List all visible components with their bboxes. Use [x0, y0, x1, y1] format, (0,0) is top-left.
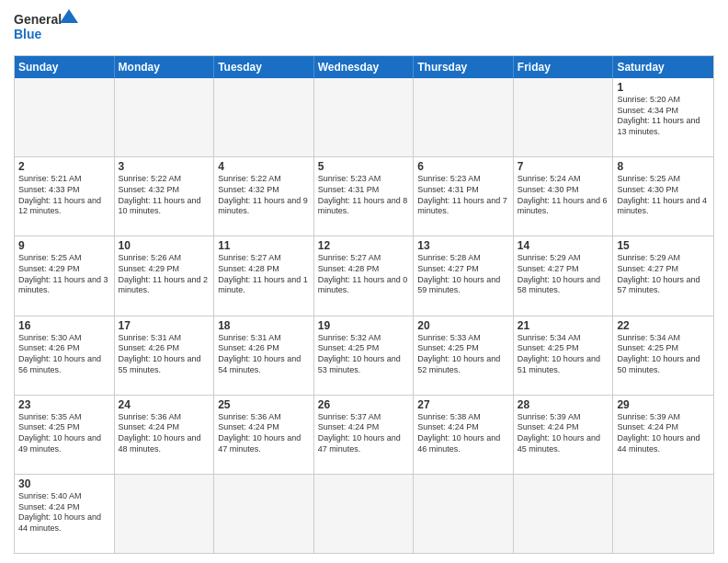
table-row: 3Sunrise: 5:22 AM Sunset: 4:32 PM Daylig… — [115, 157, 215, 236]
cell-sun-info: Sunrise: 5:25 AM Sunset: 4:30 PM Dayligh… — [617, 174, 710, 217]
cell-sun-info: Sunrise: 5:30 AM Sunset: 4:26 PM Dayligh… — [18, 333, 110, 376]
table-row: 21Sunrise: 5:34 AM Sunset: 4:25 PM Dayli… — [514, 316, 614, 395]
calendar-week-6: 30Sunrise: 5:40 AM Sunset: 4:24 PM Dayli… — [15, 475, 713, 553]
table-row: 11Sunrise: 5:27 AM Sunset: 4:28 PM Dayli… — [214, 236, 314, 315]
table-row — [314, 78, 415, 156]
table-row: 30Sunrise: 5:40 AM Sunset: 4:24 PM Dayli… — [15, 475, 115, 553]
header: General Blue — [14, 9, 714, 48]
date-number: 29 — [617, 398, 710, 411]
table-row: 5Sunrise: 5:23 AM Sunset: 4:31 PM Daylig… — [314, 157, 415, 236]
calendar-week-1: 1Sunrise: 5:20 AM Sunset: 4:34 PM Daylig… — [15, 78, 713, 157]
svg-text:Blue: Blue — [14, 27, 42, 41]
cell-sun-info: Sunrise: 5:22 AM Sunset: 4:32 PM Dayligh… — [119, 174, 210, 217]
table-row: 16Sunrise: 5:30 AM Sunset: 4:26 PM Dayli… — [15, 316, 115, 395]
table-row: 8Sunrise: 5:25 AM Sunset: 4:30 PM Daylig… — [613, 157, 713, 236]
cell-sun-info: Sunrise: 5:23 AM Sunset: 4:31 PM Dayligh… — [417, 174, 509, 217]
cell-sun-info: Sunrise: 5:29 AM Sunset: 4:27 PM Dayligh… — [518, 253, 609, 296]
table-row — [514, 78, 614, 156]
cell-sun-info: Sunrise: 5:29 AM Sunset: 4:27 PM Dayligh… — [617, 253, 710, 296]
calendar-week-3: 9Sunrise: 5:25 AM Sunset: 4:29 PM Daylig… — [15, 236, 713, 316]
date-number: 16 — [18, 319, 110, 332]
cell-sun-info: Sunrise: 5:36 AM Sunset: 4:24 PM Dayligh… — [218, 412, 310, 455]
cell-sun-info: Sunrise: 5:20 AM Sunset: 4:34 PM Dayligh… — [617, 95, 710, 138]
cell-sun-info: Sunrise: 5:23 AM Sunset: 4:31 PM Dayligh… — [318, 174, 410, 217]
cell-sun-info: Sunrise: 5:34 AM Sunset: 4:25 PM Dayligh… — [518, 333, 609, 376]
table-row: 19Sunrise: 5:32 AM Sunset: 4:25 PM Dayli… — [314, 316, 415, 395]
table-row: 26Sunrise: 5:37 AM Sunset: 4:24 PM Dayli… — [314, 396, 415, 474]
table-row — [214, 78, 314, 156]
table-row: 13Sunrise: 5:28 AM Sunset: 4:27 PM Dayli… — [414, 236, 514, 315]
table-row: 27Sunrise: 5:38 AM Sunset: 4:24 PM Dayli… — [414, 396, 514, 474]
date-number: 22 — [617, 319, 710, 332]
table-row: 18Sunrise: 5:31 AM Sunset: 4:26 PM Dayli… — [214, 316, 314, 395]
date-number: 19 — [318, 319, 410, 332]
table-row — [613, 475, 713, 553]
date-number: 21 — [518, 319, 609, 332]
table-row — [414, 78, 514, 156]
cell-sun-info: Sunrise: 5:28 AM Sunset: 4:27 PM Dayligh… — [417, 253, 509, 296]
date-number: 11 — [218, 239, 310, 252]
date-number: 28 — [518, 398, 609, 411]
cell-sun-info: Sunrise: 5:22 AM Sunset: 4:32 PM Dayligh… — [218, 174, 310, 217]
cell-sun-info: Sunrise: 5:38 AM Sunset: 4:24 PM Dayligh… — [417, 412, 509, 455]
table-row: 4Sunrise: 5:22 AM Sunset: 4:32 PM Daylig… — [214, 157, 314, 236]
date-number: 17 — [119, 319, 210, 332]
date-number: 12 — [318, 239, 410, 252]
table-row: 15Sunrise: 5:29 AM Sunset: 4:27 PM Dayli… — [613, 236, 713, 315]
date-number: 8 — [617, 160, 710, 173]
table-row — [414, 475, 514, 553]
table-row: 7Sunrise: 5:24 AM Sunset: 4:30 PM Daylig… — [514, 157, 614, 236]
logo-area: General Blue — [14, 9, 78, 48]
date-number: 6 — [417, 160, 509, 173]
table-row: 6Sunrise: 5:23 AM Sunset: 4:31 PM Daylig… — [414, 157, 514, 236]
day-header-sunday: Sunday — [15, 56, 115, 78]
cell-sun-info: Sunrise: 5:39 AM Sunset: 4:24 PM Dayligh… — [518, 412, 609, 455]
cell-sun-info: Sunrise: 5:31 AM Sunset: 4:26 PM Dayligh… — [119, 333, 210, 376]
table-row: 24Sunrise: 5:36 AM Sunset: 4:24 PM Dayli… — [115, 396, 215, 474]
table-row: 12Sunrise: 5:27 AM Sunset: 4:28 PM Dayli… — [314, 236, 415, 315]
svg-text:General: General — [14, 12, 62, 27]
date-number: 1 — [617, 81, 710, 94]
day-header-thursday: Thursday — [414, 56, 514, 78]
day-header-monday: Monday — [115, 56, 215, 78]
calendar-page: General Blue SundayMondayTuesdayWednesda… — [0, 0, 728, 563]
generalblue-logo-icon: General Blue — [14, 9, 78, 48]
cell-sun-info: Sunrise: 5:36 AM Sunset: 4:24 PM Dayligh… — [119, 412, 210, 455]
calendar-week-5: 23Sunrise: 5:35 AM Sunset: 4:25 PM Dayli… — [15, 396, 713, 475]
date-number: 26 — [318, 398, 410, 411]
day-header-tuesday: Tuesday — [214, 56, 314, 78]
date-number: 23 — [18, 398, 110, 411]
day-header-wednesday: Wednesday — [314, 56, 415, 78]
date-number: 4 — [218, 160, 310, 173]
table-row: 23Sunrise: 5:35 AM Sunset: 4:25 PM Dayli… — [15, 396, 115, 474]
table-row: 1Sunrise: 5:20 AM Sunset: 4:34 PM Daylig… — [613, 78, 713, 156]
table-row: 14Sunrise: 5:29 AM Sunset: 4:27 PM Dayli… — [514, 236, 614, 315]
table-row: 29Sunrise: 5:39 AM Sunset: 4:24 PM Dayli… — [613, 396, 713, 474]
table-row — [214, 475, 314, 553]
table-row — [314, 475, 415, 553]
cell-sun-info: Sunrise: 5:25 AM Sunset: 4:29 PM Dayligh… — [18, 253, 110, 296]
cell-sun-info: Sunrise: 5:34 AM Sunset: 4:25 PM Dayligh… — [617, 333, 710, 376]
cell-sun-info: Sunrise: 5:33 AM Sunset: 4:25 PM Dayligh… — [417, 333, 509, 376]
date-number: 15 — [617, 239, 710, 252]
calendar-header-row: SundayMondayTuesdayWednesdayThursdayFrid… — [15, 56, 713, 78]
table-row — [514, 475, 614, 553]
table-row — [115, 475, 215, 553]
cell-sun-info: Sunrise: 5:37 AM Sunset: 4:24 PM Dayligh… — [318, 412, 410, 455]
date-number: 9 — [18, 239, 110, 252]
day-header-saturday: Saturday — [613, 56, 713, 78]
calendar-week-4: 16Sunrise: 5:30 AM Sunset: 4:26 PM Dayli… — [15, 316, 713, 396]
calendar-week-2: 2Sunrise: 5:21 AM Sunset: 4:33 PM Daylig… — [15, 157, 713, 236]
cell-sun-info: Sunrise: 5:27 AM Sunset: 4:28 PM Dayligh… — [318, 253, 410, 296]
cell-sun-info: Sunrise: 5:32 AM Sunset: 4:25 PM Dayligh… — [318, 333, 410, 376]
date-number: 2 — [18, 160, 110, 173]
table-row — [115, 78, 215, 156]
cell-sun-info: Sunrise: 5:24 AM Sunset: 4:30 PM Dayligh… — [518, 174, 609, 217]
date-number: 20 — [417, 319, 509, 332]
calendar-body: 1Sunrise: 5:20 AM Sunset: 4:34 PM Daylig… — [15, 78, 713, 553]
svg-marker-2 — [60, 9, 78, 23]
date-number: 27 — [417, 398, 509, 411]
date-number: 14 — [518, 239, 609, 252]
cell-sun-info: Sunrise: 5:27 AM Sunset: 4:28 PM Dayligh… — [218, 253, 310, 296]
cell-sun-info: Sunrise: 5:21 AM Sunset: 4:33 PM Dayligh… — [18, 174, 110, 217]
